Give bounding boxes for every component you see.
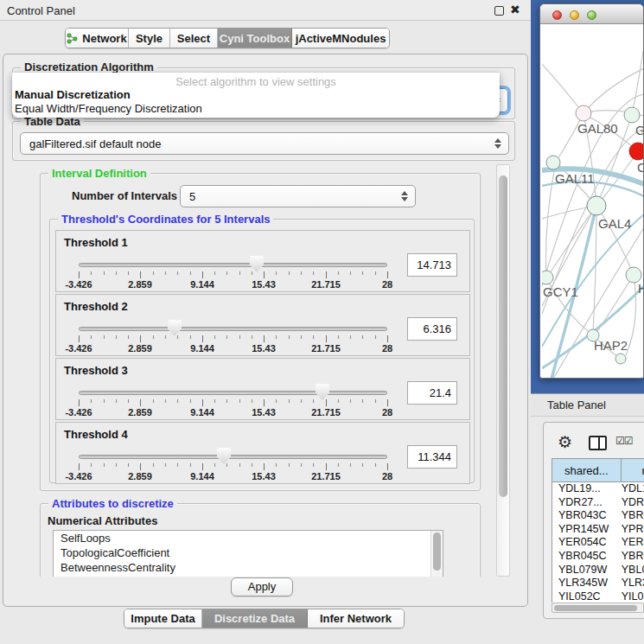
node-red-selected[interactable] — [629, 143, 643, 160]
attributes-group-title: Attributes to discretize — [48, 497, 177, 510]
window-zoom-icon[interactable] — [587, 10, 596, 20]
node-label-gal4: GAL4 — [598, 216, 631, 231]
main-scrollbar-thumb[interactable] — [499, 175, 507, 497]
node-label-gal80: GAL80 — [577, 121, 618, 136]
table-row[interactable]: YIL052CYIL0 — [552, 590, 644, 603]
node-label-gal11: GAL11 — [555, 171, 595, 186]
column-header-name[interactable]: na — [622, 459, 644, 481]
control-panel-tabs: Network Style Select Cyni Toolbox jActiv… — [65, 28, 390, 48]
network-window-titlebar[interactable] — [540, 4, 643, 24]
algorithm-option-equal-width[interactable]: Equal Width/Frequency Discretization — [12, 102, 500, 116]
threshold-coordinates-title: Threshold's Coordinates for 5 Intervals — [58, 213, 273, 226]
discretization-algorithm-group-title: Discretization Algorithm — [21, 61, 157, 73]
window-minimize-icon[interactable] — [570, 10, 579, 20]
number-of-intervals-label: Number of Intervals — [72, 189, 177, 202]
interval-definition-title: Interval Definition — [48, 167, 150, 180]
tab-jactivemnodules[interactable]: jActiveMNodules — [292, 29, 389, 48]
network-view-window: GAL80 G. C GAL11 GAL4 GCY1 H HAP2 — [539, 3, 644, 379]
threshold-3-slider-track[interactable] — [79, 391, 387, 395]
list-item-selfloops[interactable]: SelfLoops — [54, 531, 443, 545]
node-label-h: H — [638, 281, 643, 296]
threshold-1-slider-track[interactable] — [79, 263, 387, 267]
table-horizontal-scrollbar-thumb[interactable] — [554, 605, 637, 611]
table-row[interactable]: YER054CYER0 — [552, 536, 644, 550]
control-panel-titlebar — [0, 0, 531, 21]
settings-scroll-viewport: Interval Definition Number of Intervals … — [9, 164, 491, 577]
node-gcy1[interactable] — [542, 271, 553, 284]
node-gal4[interactable] — [587, 196, 606, 215]
tab-style[interactable]: Style — [129, 29, 170, 48]
tab-discretize-data[interactable]: Discretize Data — [202, 609, 308, 628]
tab-infer-network[interactable]: Infer Network — [308, 609, 404, 628]
tab-network-label: Network — [82, 32, 126, 45]
table-panel-title: Table Panel — [547, 399, 606, 411]
node-label-hap2: HAP2 — [594, 338, 628, 353]
attributes-group: Attributes to discretize Numerical Attri… — [40, 503, 481, 577]
table-row[interactable]: YBR045CYBR0 — [552, 550, 644, 564]
threshold-2-slider-thumb[interactable] — [168, 320, 182, 336]
threshold-1-value-field[interactable] — [407, 253, 457, 277]
network-canvas[interactable]: GAL80 G. C GAL11 GAL4 GCY1 H HAP2 — [542, 25, 643, 378]
tab-network[interactable]: Network — [66, 29, 129, 48]
attributes-list-scrollbar[interactable] — [430, 531, 443, 577]
threshold-4-value-field[interactable] — [407, 445, 457, 469]
bottom-tabs: Impute Data Discretize Data Infer Networ… — [124, 609, 405, 628]
node-label-g: G. — [635, 123, 643, 137]
threshold-4-row: Threshold 4 -3.426 2.859 9.144 15.43 21.… — [55, 422, 470, 484]
combo-arrows-icon — [401, 191, 408, 201]
threshold-2-value-field[interactable] — [407, 317, 457, 341]
threshold-2-slider-track[interactable] — [79, 327, 387, 331]
algorithm-dropdown-popup: Select algorithm to view settings Manual… — [12, 73, 500, 118]
network-icon — [67, 33, 78, 44]
node-bottom-right[interactable] — [615, 354, 626, 364]
table-row[interactable]: YDR27...YDR2 — [552, 496, 644, 510]
column-header-shared[interactable]: shared... — [552, 459, 622, 481]
network-graph: GAL80 G. C GAL11 GAL4 GCY1 H HAP2 — [542, 25, 643, 378]
threshold-3-value-field[interactable] — [407, 381, 457, 405]
split-columns-icon[interactable] — [589, 436, 607, 450]
threshold-4-slider-track[interactable] — [79, 455, 387, 459]
table-row[interactable]: YBL079WYBL0 — [552, 564, 644, 577]
table-row[interactable]: YBR043CYBR0 — [552, 509, 644, 523]
node-label-c: C — [637, 160, 643, 175]
threshold-coordinates-group: Threshold's Coordinates for 5 Intervals … — [49, 219, 475, 483]
node-label-gcy1: GCY1 — [543, 284, 578, 299]
node-gal80[interactable] — [576, 105, 591, 121]
close-icon[interactable]: ✖ — [510, 3, 520, 16]
algorithm-option-manual[interactable]: Manual Discretization — [12, 88, 500, 102]
interval-definition-group: Interval Definition Number of Intervals … — [40, 173, 481, 491]
threshold-2-row: Threshold 2 -3.426 2.859 9.144 15.43 21.… — [55, 294, 470, 356]
control-panel-title: Control Panel — [7, 4, 75, 17]
table-data-group: Table Data galFiltered.sif default node — [12, 121, 515, 161]
tab-select[interactable]: Select — [170, 29, 218, 48]
window-close-icon[interactable] — [552, 10, 562, 20]
threshold-1-slider-thumb[interactable] — [250, 256, 264, 272]
list-item-betweennesscentrality[interactable]: BetweennessCentrality — [54, 560, 443, 575]
threshold-4-slider-thumb[interactable] — [217, 448, 231, 464]
table-data-selected: galFiltered.sif default node — [29, 137, 161, 150]
number-of-intervals-combobox[interactable]: 5 — [180, 185, 416, 207]
list-item-topologicalcoefficient[interactable]: TopologicalCoefficient — [54, 545, 443, 560]
numerical-attributes-list: SelfLoops TopologicalCoefficient Between… — [53, 530, 443, 577]
gear-icon[interactable]: ⚙ — [558, 432, 572, 452]
table-header-row: shared... na — [552, 459, 644, 482]
algorithm-placeholder-option[interactable]: Select algorithm to view settings — [12, 73, 500, 88]
number-of-intervals-value: 5 — [189, 190, 195, 203]
float-window-icon[interactable] — [494, 6, 504, 16]
node-top-right[interactable] — [624, 107, 640, 123]
threshold-3-row: Threshold 3 -3.426 2.859 9.144 15.43 21.… — [55, 358, 470, 420]
threshold-1-row: Threshold 1 -3.426 2.859 9.144 15.43 21.… — [55, 230, 470, 292]
table-row[interactable]: YLR345WYLR3 — [552, 577, 644, 590]
table-row[interactable]: YPR145WYPR1 — [552, 523, 644, 537]
table-horizontal-scrollbar[interactable] — [552, 603, 644, 613]
node-gal11[interactable] — [546, 156, 560, 169]
tab-cyni-toolbox[interactable]: Cyni Toolbox — [218, 29, 292, 48]
table-data-combobox[interactable]: galFiltered.sif default node — [20, 132, 509, 155]
main-scrollbar[interactable] — [496, 164, 510, 577]
threshold-3-slider-thumb[interactable] — [316, 384, 329, 400]
node-attribute-table: shared... na YDL19...YDL1 YDR27...YDR2 Y… — [552, 458, 644, 603]
select-columns-icon[interactable]: ☑☑ — [615, 435, 633, 447]
apply-button[interactable]: Apply — [231, 577, 293, 596]
tab-impute-data[interactable]: Impute Data — [124, 609, 202, 628]
table-row[interactable]: YDL19...YDL1 — [552, 482, 644, 496]
